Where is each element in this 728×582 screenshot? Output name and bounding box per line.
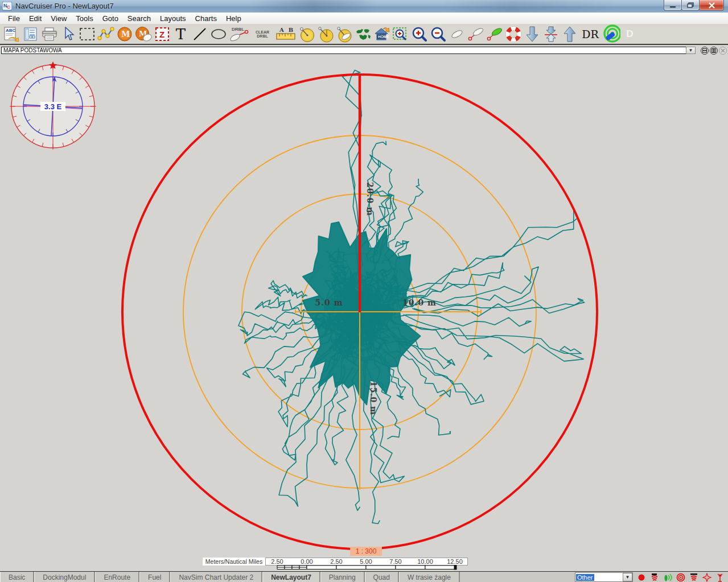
line-tool-icon — [192, 27, 207, 42]
tab-basic[interactable]: Basic — [0, 572, 34, 582]
layout-category-selector[interactable]: Other ▼ — [575, 572, 633, 582]
zoom-out-button[interactable] — [429, 24, 447, 43]
bearing-line-dial-icon — [317, 26, 334, 43]
scale-ruler — [273, 565, 461, 570]
chart-selector-dropdown-button[interactable]: ▼ — [686, 47, 696, 54]
tab-quad[interactable]: Quad — [365, 572, 399, 582]
scale-tick-label: 10.00 — [417, 558, 433, 565]
form-view-button[interactable] — [21, 24, 40, 43]
boat-track-button[interactable] — [466, 24, 485, 43]
m-label: M — [121, 30, 130, 39]
alarm-horn-icon[interactable] — [649, 573, 659, 582]
tab-fuel[interactable]: Fuel — [139, 572, 170, 582]
boat-dial-button[interactable] — [335, 24, 353, 43]
chart-window-close-button[interactable] — [719, 47, 727, 55]
report-export-button[interactable]: ABC — [2, 24, 21, 43]
arrow-up-icon — [563, 26, 577, 43]
restore-button[interactable] — [681, 0, 700, 11]
record-indicator-icon[interactable] — [636, 573, 646, 582]
close-button[interactable] — [699, 0, 724, 11]
select-area-button[interactable] — [77, 24, 96, 43]
ellipse-tool-icon — [210, 28, 227, 40]
depth-limits-button[interactable] — [541, 24, 560, 43]
tab-w-trasie-żagle[interactable]: W trasie żagle — [399, 572, 460, 582]
menu-item-layouts[interactable]: Layouts — [155, 13, 191, 24]
menu-item-edit[interactable]: Edit — [24, 13, 46, 24]
world-map-button[interactable] — [353, 24, 372, 43]
home-icon: HOME — [373, 26, 391, 43]
chart-window-maximize-button[interactable] — [710, 47, 718, 55]
layout-category-dropdown-button[interactable]: ▼ — [623, 573, 632, 581]
titlebar[interactable]: NC NavCruiser Pro - NewLayout7 — [0, 0, 728, 13]
d-label: D — [626, 28, 633, 40]
compass-star-icon[interactable] — [702, 573, 711, 582]
line-tool-button[interactable] — [190, 24, 209, 43]
dr-label: DR — [582, 28, 599, 40]
text-tool-button[interactable]: T — [171, 24, 190, 43]
drbl-button[interactable]: DRBL — [228, 24, 250, 43]
zoom-out-icon — [430, 26, 447, 42]
menu-item-charts[interactable]: Charts — [191, 13, 221, 24]
drbl-label: DRBL — [232, 27, 244, 32]
app-icon: NC — [2, 2, 12, 11]
move-down-button[interactable] — [523, 24, 541, 43]
marker-erase-button[interactable]: M — [134, 24, 153, 43]
clear-drbl-button[interactable]: CLEARDRBL — [250, 24, 274, 43]
menu-item-view[interactable]: View — [46, 13, 71, 24]
scale-tick-label: 0.00 — [301, 558, 312, 565]
gps-signal-icon[interactable] — [663, 573, 672, 582]
print-button[interactable] — [40, 24, 59, 43]
report-export-icon: ABC — [4, 26, 20, 42]
menu-item-file[interactable]: File — [3, 13, 24, 24]
menu-item-search[interactable]: Search — [123, 13, 155, 24]
route-edit-button[interactable] — [96, 24, 115, 43]
boat-track-green-button[interactable] — [485, 24, 504, 43]
home-button[interactable]: HOME — [372, 24, 391, 43]
bearing-line-dial-button[interactable] — [316, 24, 335, 43]
scale-unit-label: Meters/Nautical Miles — [203, 558, 266, 566]
move-up-button[interactable] — [560, 24, 579, 43]
bearing-dial-button[interactable] — [297, 24, 316, 43]
tab-navsim-chart-updater-2[interactable]: NavSim Chart Updater 2 — [170, 572, 262, 582]
main-toolbar: ABC M M Z T DRBL CLEARDRBL AB HOME DR D — [0, 24, 728, 45]
tab-dockingmodul[interactable]: DockingModul — [34, 572, 95, 582]
layout-tab-bar: BasicDockingModulEnRouteFuelNavSim Chart… — [0, 571, 728, 582]
zoom-area-button[interactable] — [391, 24, 410, 43]
menu-item-tools[interactable]: Tools — [71, 13, 97, 24]
scale-tick-label: 2.50 — [271, 558, 283, 565]
measure-ab-button[interactable]: AB — [274, 24, 297, 43]
tab-enroute[interactable]: EnRoute — [95, 572, 139, 582]
pointer-tool-button[interactable] — [59, 24, 77, 43]
pointer-icon — [62, 27, 75, 42]
sonar-fan-icon[interactable] — [689, 573, 698, 582]
lifebuoy-icon — [505, 26, 522, 43]
chart-selector[interactable]: MAPA PODSTAWOWA — [1, 47, 690, 54]
dead-reckoning-button[interactable]: DR — [579, 24, 602, 43]
marker-button[interactable]: M — [115, 24, 134, 43]
bearing-dial-icon — [298, 26, 315, 43]
scale-tick-label: 7.50 — [389, 558, 401, 565]
tab-planning[interactable]: Planning — [320, 572, 365, 582]
tab-newlayout7[interactable]: NewLayout7 — [262, 572, 320, 582]
scale-tick-label: 2.50 — [330, 558, 342, 565]
d-indicator[interactable]: D — [620, 24, 639, 43]
form-view-icon — [23, 27, 38, 42]
target-rings-icon[interactable] — [676, 573, 685, 582]
ellipse-tool-button[interactable] — [209, 24, 228, 43]
zoom-in-button[interactable] — [410, 24, 429, 43]
menu-item-help[interactable]: Help — [221, 13, 246, 24]
minimize-button[interactable] — [664, 0, 682, 11]
mob-button[interactable] — [504, 24, 523, 43]
gps-position-button[interactable] — [602, 24, 620, 43]
marker-m-icon: M — [117, 26, 133, 42]
boat-dial-icon — [335, 26, 353, 43]
chart-window-minimize-button[interactable] — [701, 47, 709, 55]
zone-tool-button[interactable]: Z — [153, 24, 171, 43]
chart-canvas[interactable]: 5.0 m10.0 m20.0 m15.0 m 3.3 E 1 : 300 Me… — [0, 55, 728, 571]
menu-item-goto[interactable]: Goto — [98, 13, 123, 24]
boat-symbol-button[interactable] — [447, 24, 466, 43]
layout-category-value: Other — [576, 574, 594, 581]
zoom-area-icon — [392, 26, 409, 42]
radio-antenna-icon[interactable] — [715, 573, 725, 582]
svg-text:AB: AB — [279, 27, 293, 33]
